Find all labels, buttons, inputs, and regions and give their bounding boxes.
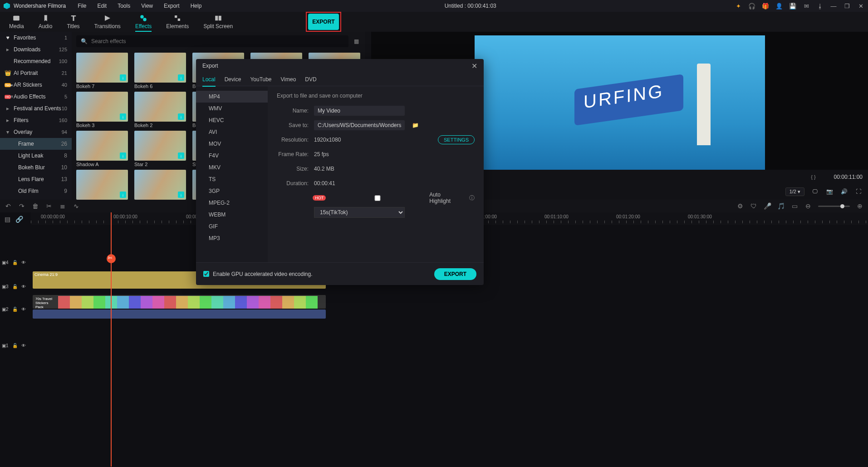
format-f4v[interactable]: F4V (196, 150, 268, 162)
format-mpeg-2[interactable]: MPEG-2 (196, 197, 268, 209)
monitor-icon[interactable]: 🖵 (811, 187, 819, 196)
format-mp3[interactable]: MP3 (196, 232, 268, 244)
link-icon[interactable]: 🔗 (15, 216, 23, 223)
saveto-input[interactable] (314, 120, 405, 130)
sidebar-item-overlay[interactable]: Overlay94 (0, 126, 72, 138)
tab-audio[interactable]: Audio (31, 14, 60, 29)
save-icon[interactable]: 💾 (789, 2, 796, 10)
tab-titles[interactable]: Titles (59, 14, 87, 29)
menu-export[interactable]: Export (159, 1, 184, 11)
tab-media[interactable]: Media (2, 14, 31, 29)
zoom-slider[interactable] (818, 206, 850, 207)
dialog-tab-youtube[interactable]: YouTube (250, 73, 271, 86)
fit-icon[interactable]: ▭ (791, 202, 798, 210)
sidebar-item-ar-stickers[interactable]: NewAR Stickers40 (0, 79, 72, 91)
format-mkv[interactable]: MKV (196, 162, 268, 173)
auto-highlight-checkbox[interactable] (334, 195, 421, 201)
zoom-out-icon[interactable]: ⊖ (804, 202, 812, 210)
grid-view-icon[interactable]: ▦ (352, 37, 360, 45)
fullscreen-icon[interactable]: ⛶ (854, 187, 863, 196)
menu-view[interactable]: View (137, 1, 157, 11)
mail-icon[interactable]: ✉ (803, 2, 810, 10)
tips-icon[interactable]: ✦ (735, 2, 742, 10)
menu-file[interactable]: File (73, 1, 91, 11)
lock-icon[interactable]: 🔓 (12, 343, 18, 348)
sidebar-item-favorites[interactable]: ♥Favorites1 (0, 32, 72, 44)
music-icon[interactable]: 🎵 (777, 202, 785, 210)
dialog-tab-dvd[interactable]: DVD (305, 73, 316, 86)
minimize-icon[interactable]: — (830, 2, 837, 10)
undo-icon[interactable]: ↶ (5, 202, 12, 210)
format-hevc[interactable]: HEVC (196, 114, 268, 126)
name-input[interactable] (314, 106, 405, 116)
scale-select[interactable]: 1/2 ▾ (785, 187, 804, 196)
settings-gear-icon[interactable]: ⚙ (736, 202, 744, 210)
effect-item[interactable]: Bokeh 7 (76, 53, 128, 89)
folder-icon[interactable]: 📁 (412, 122, 419, 128)
effect-item[interactable]: Shadow A (76, 131, 128, 167)
sidebar-sub-frame[interactable]: Frame26 (0, 138, 72, 150)
tab-elements[interactable]: Elements (159, 14, 196, 29)
eye-icon[interactable]: 👁 (21, 284, 26, 289)
sidebar-item-filters[interactable]: Filters160 (0, 114, 72, 126)
effect-item[interactable]: Bokeh 2 (134, 92, 186, 128)
dialog-tab-device[interactable]: Device (225, 73, 241, 86)
eye-icon[interactable]: 👁 (21, 343, 26, 348)
format-gif[interactable]: GIF (196, 221, 268, 232)
audio-wave-icon[interactable]: ∿ (73, 202, 80, 210)
track-manager-icon[interactable]: ▤ (4, 216, 11, 223)
format-mov[interactable]: MOV (196, 138, 268, 150)
dialog-tab-vimeo[interactable]: Vimeo (281, 73, 296, 86)
sidebar-item-recommended[interactable]: Recommended100 (0, 55, 72, 67)
lock-icon[interactable]: 🔓 (12, 260, 18, 265)
delete-icon[interactable]: 🗑 (32, 202, 39, 210)
sidebar-item-audio-effects[interactable]: HOTAudio Effects5 (0, 91, 72, 103)
effect-item[interactable] (134, 170, 186, 200)
gift-icon[interactable]: 🎁 (762, 2, 769, 10)
dialog-tab-local[interactable]: Local (202, 73, 216, 86)
export-button[interactable]: EXPORT (308, 14, 339, 30)
effect-item[interactable]: Bokeh 3 (76, 92, 128, 128)
clip-audio[interactable] (33, 310, 326, 319)
support-icon[interactable]: 🎧 (748, 2, 755, 10)
snapshot-icon[interactable]: 📷 (825, 187, 834, 196)
format-avi[interactable]: AVI (196, 126, 268, 138)
sidebar-sub-light-leak[interactable]: Light Leak8 (0, 150, 72, 162)
sidebar-item-downloads[interactable]: Downloads125 (0, 44, 72, 55)
search-input[interactable] (91, 38, 344, 44)
mic-icon[interactable]: 🎤 (764, 202, 771, 210)
dialog-close-icon[interactable]: ✕ (471, 62, 477, 70)
effect-item[interactable] (76, 170, 128, 200)
menu-edit[interactable]: Edit (93, 1, 112, 11)
sidebar-sub-bokeh-blur[interactable]: Bokeh Blur10 (0, 162, 72, 173)
download-icon[interactable]: ⭳ (816, 2, 824, 10)
effect-item[interactable]: Bokeh 6 (134, 53, 186, 89)
sidebar-sub-damaged-film[interactable]: Damaged Film5 (0, 197, 72, 200)
volume-icon[interactable]: 🔊 (840, 187, 848, 196)
tab-split-screen[interactable]: Split Screen (196, 14, 240, 29)
sidebar-sub-lens-flare[interactable]: Lens Flare13 (0, 173, 72, 185)
format-wmv[interactable]: WMV (196, 103, 268, 114)
settings-button[interactable]: SETTINGS (438, 135, 475, 144)
format-mp4[interactable]: MP4 (196, 91, 268, 103)
close-icon[interactable]: ✕ (857, 2, 864, 10)
sidebar-item-festival-and-events[interactable]: Festival and Events10 (0, 103, 72, 114)
tab-effects[interactable]: Effects (128, 14, 159, 29)
effect-item[interactable]: Star 2 (134, 131, 186, 167)
dialog-export-button[interactable]: EXPORT (434, 268, 476, 280)
gpu-checkbox[interactable] (203, 271, 209, 277)
clip-video[interactable]: 70s Travel Stickers Pack (33, 295, 326, 309)
playhead[interactable] (111, 212, 112, 467)
shield-icon[interactable]: 🛡 (750, 202, 757, 210)
menu-help[interactable]: Help (186, 1, 206, 11)
help-icon[interactable]: ⓘ (469, 194, 475, 202)
lock-icon[interactable]: 🔓 (12, 307, 18, 312)
format-webm[interactable]: WEBM (196, 209, 268, 221)
sidebar-sub-old-film[interactable]: Old Film9 (0, 185, 72, 197)
format-3gp[interactable]: 3GP (196, 185, 268, 197)
search-box[interactable]: 🔍 (76, 35, 348, 47)
zoom-in-icon[interactable]: ⊕ (856, 202, 863, 210)
format-ts[interactable]: TS (196, 173, 268, 185)
lock-icon[interactable]: 🔓 (12, 284, 18, 289)
preset-select[interactable]: 15s(TikTok) (314, 207, 405, 218)
